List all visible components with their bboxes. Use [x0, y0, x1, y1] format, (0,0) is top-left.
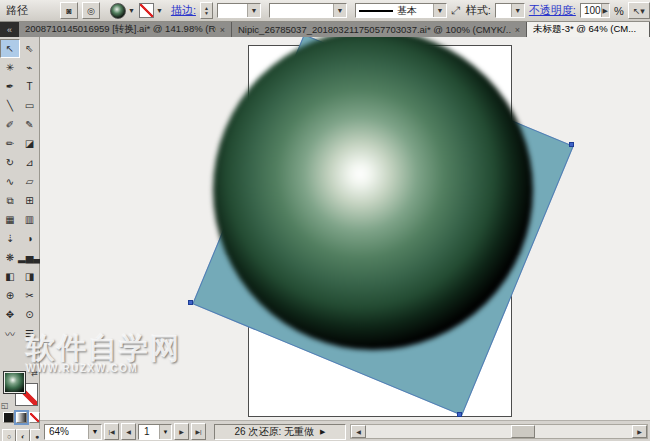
artboard-tool[interactable]: ⊕: [0, 286, 20, 305]
lasso-tool[interactable]: ⌁: [20, 58, 39, 77]
brush-definition-combo[interactable]: ▼: [269, 3, 347, 18]
chevron-down-icon: ▼: [159, 425, 171, 439]
shape-builder-tool[interactable]: ⧉: [0, 191, 20, 210]
select-similar-objects-button[interactable]: ↖▾: [628, 2, 650, 19]
none-mode-button[interactable]: [29, 412, 40, 423]
selection-tool[interactable]: ↖: [0, 39, 20, 58]
tab-label: 未标题-3* @ 64% (CM...: [533, 23, 636, 36]
scale-tool[interactable]: ⊿: [20, 153, 39, 172]
artboard-number-combo[interactable]: 1 ▼: [138, 424, 172, 440]
zoom-level-combo[interactable]: 64% ▼: [44, 424, 102, 440]
chevron-down-icon: ▼: [511, 4, 524, 17]
tab-overflow-button[interactable]: «: [0, 22, 19, 37]
style-label: 样式:: [466, 3, 491, 18]
line-segment-tool[interactable]: ╲: [0, 96, 20, 115]
smooth-tool[interactable]: 〰: [0, 324, 20, 343]
standard-screen-mode-button[interactable]: ○: [2, 429, 16, 441]
tab-bar-tabs: 2008710145016959 [转换].ai* @ 141.98% (RGB…: [19, 22, 650, 37]
paintbrush-tool[interactable]: ✐: [0, 115, 20, 134]
document-tab-2[interactable]: Nipic_26785037_20180321175057703037.ai* …: [232, 22, 527, 37]
chevron-down-icon: ▼: [156, 7, 163, 14]
swap-fill-stroke-icon[interactable]: ⇄: [31, 369, 38, 378]
scroll-right-button[interactable]: ▶: [632, 425, 647, 438]
slice-tool[interactable]: ✂: [20, 286, 39, 305]
anchor-point-4[interactable]: [188, 300, 193, 305]
document-tab-3[interactable]: 未标题-3* @ 64% (CM...: [527, 22, 650, 37]
type-tool[interactable]: T: [20, 77, 39, 96]
anchor-point-2[interactable]: [569, 142, 574, 147]
fill-stroke-indicator: ⇄ ◱: [2, 371, 38, 409]
close-icon[interactable]: ×: [220, 25, 225, 35]
close-icon[interactable]: ×: [515, 25, 520, 35]
stroke-panel-link[interactable]: 描边:: [171, 3, 196, 18]
magic-wand-tool[interactable]: ✳: [0, 58, 20, 77]
status-bar: 64% ▼ |◀ ◀ 1 ▼ ▶ ▶| 26 次还原: 无重做 ▶ ◀ ▶: [40, 420, 650, 441]
gradient-mode-button[interactable]: [16, 412, 27, 423]
tab-label: Nipic_26785037_20180321175057703037.ai* …: [238, 24, 511, 35]
free-transform-tool[interactable]: ▱: [20, 172, 39, 191]
previous-artboard-button[interactable]: ◀: [121, 423, 136, 440]
chevron-down-icon: ▼: [247, 4, 260, 17]
status-flyout-icon: ▶: [320, 428, 325, 436]
tools-grid: ↖⇖✳⌁✒T╲▭✐✎✏◪↻⊿∿▱⧉⊞▦▥⇣◑❋▂▅▃◧◨⊕✂✥⊙〰☰: [0, 37, 39, 343]
pen-tool[interactable]: ✒: [0, 77, 20, 96]
column-graph-tool[interactable]: ▂▅▃: [20, 248, 39, 267]
artboard-number-value: 1: [144, 426, 150, 437]
graphic-style-combo[interactable]: ▼: [495, 3, 525, 18]
default-fill-stroke-icon[interactable]: ◱: [1, 401, 9, 410]
scrollbar-track[interactable]: [366, 425, 632, 438]
pencil-tool[interactable]: ✎: [20, 115, 39, 134]
path-eraser-tool[interactable]: ☰: [20, 324, 39, 343]
paint-mode-buttons: [3, 412, 40, 423]
live-paint-selection-tool[interactable]: ◨: [20, 267, 39, 286]
first-artboard-button[interactable]: |◀: [104, 423, 119, 440]
shape-filled-circle-icon[interactable]: ◙: [60, 2, 78, 19]
opacity-link[interactable]: 不透明度:: [529, 3, 576, 18]
scroll-left-button[interactable]: ◀: [351, 425, 366, 438]
opacity-percent-label: %: [614, 5, 624, 17]
mesh-tool[interactable]: ▦: [0, 210, 20, 229]
horizontal-scrollbar[interactable]: ◀ ▶: [350, 424, 648, 439]
canvas-pasteboard[interactable]: [40, 37, 650, 420]
zoom-tool[interactable]: ⊙: [20, 305, 39, 324]
opacity-input[interactable]: 100 ▶: [580, 3, 610, 18]
rectangle-tool[interactable]: ▭: [20, 96, 39, 115]
recolor-artwork-icon[interactable]: ⤢: [451, 4, 460, 17]
chevron-down-icon: ▼: [88, 425, 101, 439]
hand-tool[interactable]: ✥: [0, 305, 20, 324]
status-text: 26 次还原: 无重做: [235, 425, 314, 439]
fill-color-dropdown[interactable]: ▼: [110, 3, 135, 19]
anchor-point-3[interactable]: [457, 412, 462, 417]
context-label: 路径: [6, 3, 28, 18]
document-tab-1[interactable]: 2008710145016959 [转换].ai* @ 141.98% (RGB…: [19, 22, 232, 37]
eraser-tool[interactable]: ◪: [20, 134, 39, 153]
stroke-weight-stepper[interactable]: ▲▼: [200, 2, 213, 19]
width-tool[interactable]: ∿: [0, 172, 20, 191]
opacity-value: 100: [584, 5, 601, 16]
tools-panel: ↖⇖✳⌁✒T╲▭✐✎✏◪↻⊿∿▱⧉⊞▦▥⇣◑❋▂▅▃◧◨⊕✂✥⊙〰☰ ⇄ ◱ ○…: [0, 37, 40, 441]
rotate-tool[interactable]: ↻: [0, 153, 20, 172]
direct-selection-tool[interactable]: ⇖: [20, 39, 39, 58]
fill-swatch[interactable]: [3, 371, 26, 394]
gradient-tool[interactable]: ▥: [20, 210, 39, 229]
last-artboard-button[interactable]: ▶|: [191, 423, 206, 440]
stroke-style-combo[interactable]: 基本 ▼: [355, 3, 447, 18]
scrollbar-thumb[interactable]: [511, 425, 535, 438]
stroke-weight-combo[interactable]: ▼: [217, 3, 261, 18]
gradient-sphere-object[interactable]: [213, 37, 533, 350]
eyedropper-tool[interactable]: ⇣: [0, 229, 20, 248]
color-mode-button[interactable]: [3, 412, 14, 423]
stroke-color-dropdown[interactable]: ▼: [139, 3, 163, 18]
perspective-grid-tool[interactable]: ⊞: [20, 191, 39, 210]
document-tab-bar: « 2008710145016959 [转换].ai* @ 141.98% (R…: [0, 22, 650, 37]
live-paint-bucket-tool[interactable]: ◧: [0, 267, 20, 286]
screen-mode-buttons: ○◐●: [2, 429, 44, 441]
status-display[interactable]: 26 次还原: 无重做 ▶: [214, 424, 346, 440]
next-artboard-button[interactable]: ▶: [174, 423, 189, 440]
stroke-none-swatch-icon: [139, 3, 154, 18]
full-screen-with-menu-mode-button[interactable]: ◐: [16, 429, 30, 441]
blend-tool[interactable]: ◑: [20, 229, 39, 248]
blob-brush-tool[interactable]: ✏: [0, 134, 20, 153]
shape-outline-circle-icon[interactable]: ◎: [82, 2, 100, 19]
chevron-down-icon: ▼: [433, 4, 446, 17]
